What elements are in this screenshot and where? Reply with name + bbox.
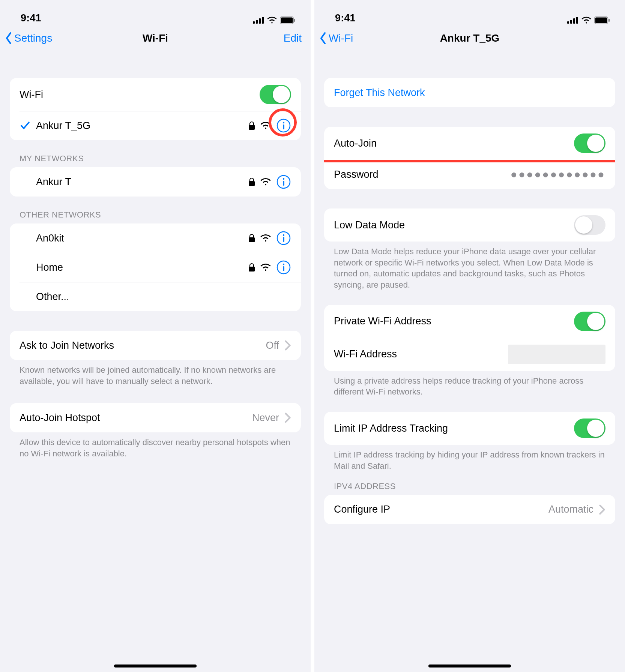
private-address-row[interactable]: Private Wi-Fi Address [324,305,615,338]
lock-icon [248,234,255,243]
auto-join-hotspot-card: Auto-Join Hotspot Never [10,403,301,432]
low-data-label: Low Data Mode [334,219,574,231]
home-indicator[interactable] [428,664,511,668]
back-button[interactable]: Settings [4,32,52,45]
info-icon[interactable] [276,231,291,246]
svg-rect-28 [595,18,607,23]
svg-rect-15 [249,237,255,242]
svg-rect-11 [249,181,255,186]
status-time: 9:41 [335,12,356,24]
chevron-left-icon [4,32,14,45]
wifi-address-row: Wi-Fi Address [324,338,615,371]
info-icon[interactable] [276,118,291,133]
auto-join-hotspot-label: Auto-Join Hotspot [20,412,252,424]
configure-ip-row[interactable]: Configure IP Automatic [324,495,615,524]
info-icon[interactable] [276,174,291,189]
wifi-address-label: Wi-Fi Address [334,348,508,360]
ask-join-label: Ask to Join Networks [20,340,266,351]
limit-tracking-label: Limit IP Address Tracking [334,423,574,434]
network-row[interactable]: An0kit [10,224,301,253]
wifi-toggle-row[interactable]: Wi-Fi [10,78,301,111]
battery-icon [280,16,296,24]
limit-tracking-footer: Limit IP address tracking by hiding your… [324,445,615,471]
auto-join-hotspot-value: Never [252,412,279,424]
svg-rect-23 [567,21,569,24]
wifi-icon [581,16,591,24]
cellular-icon [253,17,264,24]
ask-join-card: Ask to Join Networks Off [10,331,301,360]
network-row[interactable]: Ankur T [10,167,301,196]
other-networks-card: An0kit Home [10,224,301,311]
limit-tracking-row[interactable]: Limit IP Address Tracking [324,412,615,445]
forget-network-row[interactable]: Forget This Network [324,78,615,107]
svg-rect-14 [283,181,284,186]
back-button[interactable]: Wi-Fi [318,32,353,45]
wifi-label: Wi-Fi [20,89,260,100]
home-indicator[interactable] [114,664,197,668]
limit-tracking-card: Limit IP Address Tracking [324,412,615,445]
svg-rect-5 [281,18,293,23]
nav-bar: Wi-Fi Ankur T_5G [314,26,625,52]
cellular-icon [567,17,578,24]
svg-point-17 [283,234,284,236]
private-address-footer: Using a private address helps reduce tra… [324,371,615,398]
ask-join-row[interactable]: Ask to Join Networks Off [10,331,301,360]
edit-button[interactable]: Edit [284,32,302,44]
info-icon[interactable] [276,260,291,275]
forget-network-card: Forget This Network [324,78,615,107]
chevron-right-icon [284,412,291,423]
chevron-left-icon [318,32,329,45]
chevron-right-icon [599,504,605,515]
auto-join-card: Auto-Join Password ●●●●●●●●●●●● [324,127,615,189]
private-address-label: Private Wi-Fi Address [334,315,574,327]
low-data-row[interactable]: Low Data Mode [324,208,615,242]
network-detail-screen: 9:41 Wi-Fi Ankur T_5G Forget This Networ… [314,0,625,672]
svg-rect-6 [294,19,295,22]
wifi-toggle[interactable] [260,85,291,104]
other-network-row[interactable]: Other... [10,282,301,311]
auto-join-hotspot-footer: Allow this device to automatically disco… [10,432,301,459]
private-address-toggle[interactable] [574,312,605,331]
connected-network-row[interactable]: Ankur T_5G [10,111,301,140]
network-row[interactable]: Home [10,253,301,282]
status-indicators [567,16,610,24]
limit-tracking-toggle[interactable] [574,418,605,438]
low-data-toggle[interactable] [574,215,605,235]
svg-rect-7 [249,125,255,130]
svg-rect-24 [570,20,572,24]
wifi-icon [267,16,277,24]
lock-icon [248,263,255,272]
svg-rect-3 [262,17,264,24]
wifi-address-value-hidden [508,345,605,364]
low-data-card: Low Data Mode [324,208,615,242]
lock-icon [248,177,255,186]
chevron-right-icon [284,340,291,351]
svg-rect-0 [253,21,255,24]
wifi-signal-icon [260,234,271,242]
password-value: ●●●●●●●●●●●● [511,168,605,181]
ask-join-value: Off [266,340,279,351]
my-networks-card: Ankur T [10,167,301,196]
wifi-signal-icon [260,263,271,272]
configure-ip-label: Configure IP [334,504,548,515]
password-label: Password [334,169,511,180]
nav-title: Ankur T_5G [314,32,625,44]
network-name: Ankur T [36,176,248,188]
svg-rect-2 [259,18,261,24]
password-row[interactable]: Password ●●●●●●●●●●●● [324,160,615,189]
svg-rect-25 [573,18,575,24]
private-address-card: Private Wi-Fi Address Wi-Fi Address [324,305,615,371]
other-label: Other... [36,291,291,303]
auto-join-row[interactable]: Auto-Join [324,127,615,160]
back-label: Wi-Fi [329,32,353,44]
auto-join-toggle[interactable] [574,134,605,153]
auto-join-hotspot-row[interactable]: Auto-Join Hotspot Never [10,403,301,432]
nav-bar: Settings Wi-Fi Edit [0,26,311,52]
checkmark-icon [20,120,31,131]
ipv4-header: IPV4 ADDRESS [324,472,615,495]
configure-ip-value: Automatic [548,504,593,515]
ask-join-footer: Known networks will be joined automatica… [10,360,301,387]
status-indicators [253,16,296,24]
svg-rect-22 [283,266,284,271]
svg-point-21 [283,264,284,265]
